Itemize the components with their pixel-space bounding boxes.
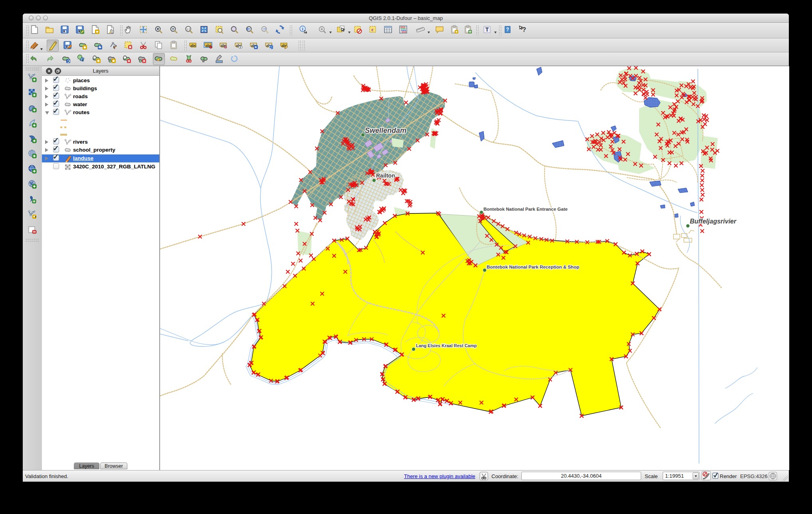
svg-text:Lang Elsies Kraal Rest Camp: Lang Elsies Kraal Rest Camp [416, 343, 477, 348]
svg-text:Buffeljagsrivier: Buffeljagsrivier [690, 218, 737, 225]
svg-text:?: ? [522, 26, 526, 33]
svg-text:Railton: Railton [376, 172, 395, 179]
svg-text:1:1: 1:1 [186, 28, 190, 31]
svg-text:abc: abc [190, 43, 196, 47]
svg-text:?: ? [506, 27, 509, 32]
svg-text:T: T [485, 26, 489, 33]
svg-text:Bontebok National Park Recepti: Bontebok National Park Reception & Shop [487, 265, 579, 269]
svg-text:Swellendam: Swellendam [365, 127, 406, 134]
svg-text:ε: ε [371, 26, 374, 32]
svg-text:Bontebok National Park Entranc: Bontebok National Park Entrance Gate [483, 207, 568, 212]
svg-text:i: i [302, 26, 303, 31]
